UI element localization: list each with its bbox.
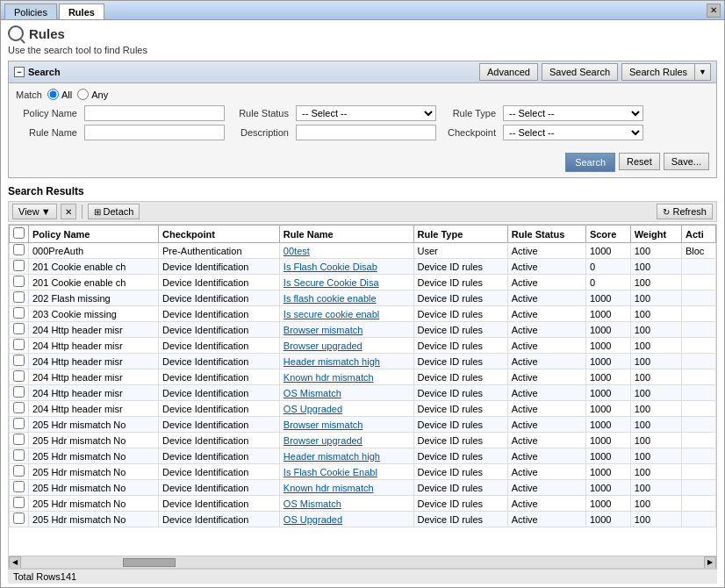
row-checkbox[interactable] [13, 402, 25, 413]
save-button[interactable]: Save... [664, 153, 709, 170]
cell-rule-status: Active [507, 338, 585, 354]
rule-name-link[interactable]: Is flash cookie enable [284, 293, 377, 304]
row-checkbox[interactable] [13, 244, 25, 255]
cell-rule-name[interactable]: OS Upgraded [279, 512, 413, 527]
match-all-label[interactable]: All [47, 89, 72, 100]
cell-rule-type: User [413, 243, 507, 259]
view-button[interactable]: View ▼ [12, 204, 57, 219]
rule-name-link[interactable]: 00test [284, 246, 310, 256]
collapse-icon[interactable]: − [14, 67, 25, 77]
cell-rule-name[interactable]: Is flash cookie enable [279, 290, 413, 306]
cell-rule-name[interactable]: OS Upgraded [279, 401, 413, 417]
select-all-checkbox[interactable] [13, 227, 25, 239]
scroll-left-arrow[interactable]: ◀ [9, 556, 21, 569]
row-checkbox[interactable] [13, 497, 25, 508]
rule-name-link[interactable]: OS Upgraded [284, 404, 342, 414]
row-checkbox[interactable] [13, 449, 25, 461]
cell-rule-name[interactable]: OS Mismatch [279, 385, 413, 401]
rule-name-link[interactable]: Is secure cookie enabl [284, 309, 379, 319]
cell-rule-name[interactable]: Browser mismatch [279, 417, 413, 433]
row-checkbox[interactable] [13, 339, 25, 350]
cell-rule-status: Active [507, 385, 585, 401]
cell-checkpoint: Device Identification [159, 306, 280, 322]
detach-button[interactable]: ⊞ Detach [88, 204, 140, 219]
cell-action [681, 275, 715, 290]
checkpoint-select[interactable]: -- Select -- [503, 125, 643, 140]
col-rule-status: Rule Status [507, 226, 585, 243]
cell-rule-name[interactable]: Header mismatch high [279, 448, 413, 464]
cell-policy-name: 202 Flash missing [29, 290, 159, 306]
cell-rule-name[interactable]: Is secure cookie enabl [279, 306, 413, 322]
row-checkbox-cell [10, 275, 29, 290]
cell-rule-name[interactable]: Known hdr mismatch [279, 480, 413, 496]
row-checkbox[interactable] [13, 355, 25, 366]
cell-rule-name[interactable]: Browser upgraded [279, 338, 413, 354]
reset-button[interactable]: Reset [619, 153, 660, 170]
row-checkbox-cell [10, 448, 29, 464]
rule-name-link[interactable]: OS Upgraded [284, 514, 342, 525]
refresh-button[interactable]: ↻ Refresh [657, 204, 713, 219]
cell-rule-name[interactable]: Is Secure Cookie Disa [279, 275, 413, 290]
rule-name-link[interactable]: Is Flash Cookie Disab [284, 262, 377, 272]
row-checkbox[interactable] [13, 260, 25, 271]
search-rules-dropdown-arrow[interactable]: ▼ [694, 63, 711, 81]
detach-icon: ⊞ [94, 207, 101, 217]
rule-name-input[interactable] [84, 125, 225, 140]
cell-rule-name[interactable]: Header mismatch high [279, 354, 413, 369]
row-checkbox[interactable] [13, 513, 25, 524]
row-checkbox[interactable] [13, 481, 25, 492]
row-checkbox[interactable] [13, 418, 25, 429]
window-close-button[interactable]: ✕ [707, 4, 721, 18]
cell-rule-name[interactable]: Browser upgraded [279, 433, 413, 448]
rule-name-link[interactable]: OS Mismatch [284, 498, 341, 509]
table-scroll-wrapper[interactable]: Policy Name Checkpoint Rule Name Rule Ty… [9, 225, 716, 556]
match-any-radio[interactable] [77, 89, 89, 100]
cell-score: 1000 [585, 243, 630, 259]
rule-type-select[interactable]: -- Select -- [503, 105, 643, 121]
cell-rule-name[interactable]: OS Mismatch [279, 496, 413, 512]
rule-name-link[interactable]: Is Secure Cookie Disa [284, 277, 379, 288]
row-checkbox[interactable] [13, 307, 25, 319]
rule-name-link[interactable]: Browser mismatch [284, 325, 362, 335]
saved-search-button[interactable]: Saved Search [542, 63, 618, 81]
rule-name-link[interactable]: Browser upgraded [284, 341, 362, 351]
description-input[interactable] [296, 125, 436, 140]
rule-name-link[interactable]: Browser mismatch [284, 419, 362, 430]
row-checkbox[interactable] [13, 370, 25, 382]
cell-rule-name[interactable]: Browser mismatch [279, 322, 413, 338]
search-fields-area: Match All Any Policy Name Rule Status [9, 83, 716, 149]
rule-name-link[interactable]: Known hdr mismatch [284, 372, 374, 383]
cell-policy-name: 000PreAuth [29, 243, 159, 259]
scroll-thumb[interactable] [123, 558, 176, 567]
row-checkbox[interactable] [13, 276, 25, 287]
cell-rule-name[interactable]: Is Flash Cookie Enabl [279, 464, 413, 480]
delete-button[interactable]: ✕ [61, 204, 76, 219]
search-button[interactable]: Search [565, 153, 615, 172]
policy-name-input[interactable] [84, 105, 225, 121]
match-any-label[interactable]: Any [77, 89, 108, 100]
rule-name-link[interactable]: Header mismatch high [284, 451, 380, 462]
rule-name-link[interactable]: Is Flash Cookie Enabl [284, 467, 377, 477]
rule-name-link[interactable]: Browser upgraded [284, 435, 362, 446]
scroll-right-arrow[interactable]: ▶ [704, 556, 716, 569]
row-checkbox[interactable] [13, 386, 25, 398]
scroll-track[interactable] [35, 558, 690, 567]
row-checkbox[interactable] [13, 291, 25, 303]
rule-name-link[interactable]: Known hdr mismatch [284, 483, 374, 493]
rule-name-link[interactable]: OS Mismatch [284, 388, 341, 398]
rule-status-select[interactable]: -- Select -- [296, 105, 436, 121]
row-checkbox[interactable] [13, 465, 25, 477]
row-checkbox[interactable] [13, 434, 25, 445]
cell-rule-status: Active [507, 243, 585, 259]
cell-rule-name[interactable]: Known hdr mismatch [279, 369, 413, 385]
cell-rule-name[interactable]: 00test [279, 243, 413, 259]
rule-name-link[interactable]: Header mismatch high [284, 356, 380, 367]
tab-policies[interactable]: Policies [4, 4, 57, 19]
match-all-radio[interactable] [47, 89, 59, 100]
horizontal-scrollbar[interactable]: ◀ ▶ [9, 556, 716, 568]
advanced-button[interactable]: Advanced [479, 63, 538, 81]
cell-rule-name[interactable]: Is Flash Cookie Disab [279, 259, 413, 275]
search-rules-button[interactable]: Search Rules [621, 63, 694, 81]
tab-rules[interactable]: Rules [59, 4, 104, 19]
row-checkbox[interactable] [13, 323, 25, 334]
